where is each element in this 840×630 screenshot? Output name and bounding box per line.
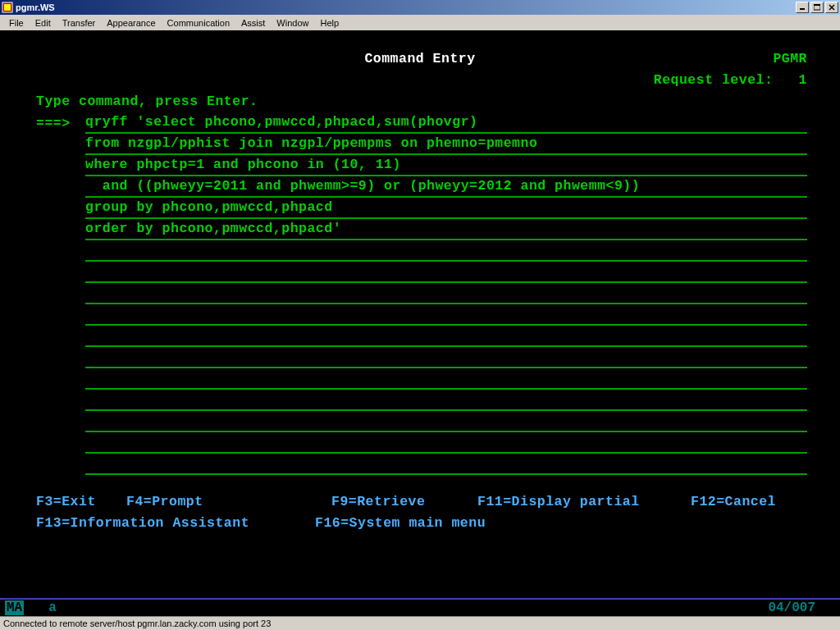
command-line[interactable]: where phpctp=1 and phcono in (10, 11) [7,155,833,176]
connection-text: Connected to remote server/host pgmr.lan… [3,619,271,628]
fkey-f9[interactable]: F9=Retrieve [331,491,461,513]
terminal-bottom-gap [0,554,840,598]
menu-assist[interactable]: Assist [235,16,271,30]
command-line-text[interactable] [85,303,807,304]
fkey-f16[interactable]: F16=System main menu [315,513,486,534]
command-line-text[interactable] [85,345,807,347]
prompt-instruction: Type command, press Enter. [7,91,833,112]
request-level-row: Request level: 1 [7,70,833,91]
screen-title: Command Entry [7,48,833,69]
command-line-text[interactable]: and ((phweyy=2011 and phwemm>=9) or (phw… [85,176,807,198]
command-line-text[interactable] [85,367,807,368]
command-line[interactable]: and ((phweyy=2011 and phwemm>=9) or (phw… [7,176,833,198]
menu-bar: File Edit Transfer Appearance Communicat… [0,15,840,30]
fkey-f3[interactable]: F3=Exit [36,491,110,513]
fkey-f13[interactable]: F13=Information Assistant [36,513,315,534]
command-line-text[interactable] [85,281,807,283]
terminal-screen[interactable]: Command Entry PGMR Request level: 1 Type… [0,30,840,554]
command-line[interactable] [7,454,833,475]
menu-communication[interactable]: Communication [162,16,235,30]
command-line[interactable]: from nzgpl/pphist join nzgpl/ppempms on … [7,134,833,155]
command-entry-area[interactable]: ===>qryff 'select phcono,pmwccd,phpacd,s… [7,112,833,475]
window-title: pgmr.WS [16,2,796,12]
app-icon [2,2,13,13]
user-id: PGMR [773,48,807,69]
fkey-f11[interactable]: F11=Display partial [477,491,674,513]
menu-edit[interactable]: Edit [30,16,57,30]
command-line[interactable] [7,262,833,283]
command-line[interactable]: order by phcono,pmwccd,phpacd' [7,219,833,240]
maximize-button[interactable] [810,2,824,13]
command-line-text[interactable]: from nzgpl/pphist join nzgpl/ppempms on … [85,133,807,155]
fkey-f12[interactable]: F12=Cancel [691,491,776,513]
fkey-f4[interactable]: F4=Prompt [126,491,315,513]
command-line[interactable] [7,347,833,368]
menu-window[interactable]: Window [271,16,314,30]
command-line[interactable]: group by phcono,pmwccd,phpacd [7,198,833,219]
command-line[interactable] [7,432,833,454]
command-line[interactable] [7,326,833,347]
request-level-value: 1 [799,72,807,88]
command-line[interactable] [7,411,833,432]
status-indicator: MA [5,600,24,615]
emulator-window: pgmr.WS File Edit Transfer Appearance Co… [0,0,840,630]
command-prompt-prefix: ===> [36,113,85,134]
window-controls [796,2,838,13]
command-line-text[interactable]: qryff 'select phcono,pmwccd,phpacd,sum(p… [85,112,807,134]
command-line-text[interactable] [85,260,807,262]
command-line-text[interactable] [85,431,807,432]
minimize-button[interactable] [796,2,809,13]
command-line[interactable] [7,304,833,326]
command-line-text[interactable] [85,452,807,454]
function-keys: F3=Exit F4=Prompt F9=Retrieve F11=Displa… [7,491,833,534]
svg-rect-1 [4,4,11,11]
cursor-position: 04/007 [768,600,815,615]
status-mode: a [48,600,57,615]
menu-file[interactable]: File [3,16,30,30]
title-bar: pgmr.WS [0,0,840,15]
command-line-text[interactable] [85,324,807,326]
command-line[interactable] [7,283,833,304]
menu-help[interactable]: Help [314,16,345,30]
command-line[interactable] [7,368,833,390]
connection-status-bar: Connected to remote server/host pgmr.lan… [0,616,840,630]
command-line-text[interactable]: where phpctp=1 and phcono in (10, 11) [85,154,807,176]
command-line-text[interactable] [85,473,807,475]
close-button[interactable] [825,2,838,13]
oia-status-line: MA a 04/007 [0,598,840,616]
command-line-text[interactable]: group by phcono,pmwccd,phpacd [85,197,807,219]
command-line[interactable] [7,240,833,262]
menu-transfer[interactable]: Transfer [57,16,102,30]
command-line[interactable]: ===>qryff 'select phcono,pmwccd,phpacd,s… [7,112,833,134]
command-line-text[interactable] [85,388,807,390]
command-line-text[interactable] [85,409,807,411]
request-level-label: Request level: [654,72,774,88]
command-line[interactable] [7,390,833,411]
menu-appearance[interactable]: Appearance [101,16,161,30]
command-line-text[interactable]: order by phcono,pmwccd,phpacd' [85,218,807,240]
